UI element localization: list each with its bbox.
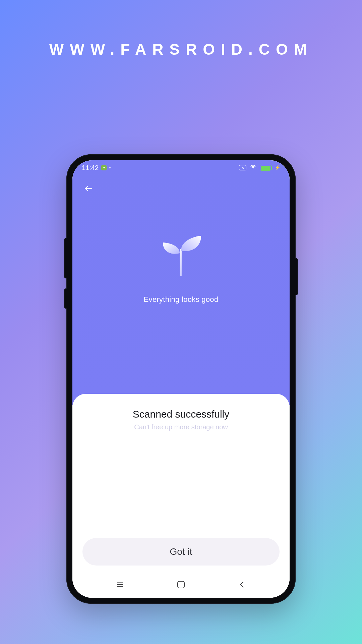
svg-rect-2 (180, 249, 182, 276)
charging-icon: ⚡ (275, 165, 280, 170)
promo-backdrop: WWW.FARSROID.COM 11:42 ✦ ✕ (0, 0, 362, 644)
sheet-title: Scanned successfully (133, 409, 230, 420)
wifi-icon (250, 164, 256, 172)
sprout-icon (154, 232, 208, 279)
back-arrow-icon (84, 184, 93, 193)
result-sheet: Scanned successfully Can't free up more … (72, 394, 290, 598)
app-root: 11:42 ✦ ✕ ⚡ (72, 160, 290, 598)
phone-side-button (64, 288, 67, 309)
got-it-button[interactable]: Got it (82, 538, 280, 566)
phone-side-button (295, 258, 298, 295)
nav-recent-button[interactable] (107, 580, 133, 589)
rotation-lock-icon: ✕ (239, 165, 246, 170)
system-nav-bar (72, 572, 290, 598)
status-left: 11:42 ✦ (82, 164, 111, 172)
phone-side-button (64, 238, 67, 278)
hero-message: Everything looks good (72, 295, 290, 304)
status-app-badge-icon: ✦ (101, 165, 107, 170)
status-right: ✕ ⚡ (239, 164, 280, 172)
sheet-subtitle: Can't free up more storage now (134, 423, 228, 431)
status-time: 11:42 (82, 164, 99, 172)
back-button[interactable] (81, 181, 96, 196)
status-bar: 11:42 ✦ ✕ ⚡ (72, 160, 290, 175)
chevron-left-icon (238, 580, 246, 589)
phone-mockup: 11:42 ✦ ✕ ⚡ (66, 154, 296, 604)
battery-icon (260, 165, 271, 171)
svg-point-0 (253, 168, 253, 169)
menu-icon (116, 580, 124, 589)
nav-back-button[interactable] (229, 580, 255, 589)
hero-area: 11:42 ✦ ✕ ⚡ (72, 160, 290, 405)
nav-home-button[interactable] (168, 581, 194, 588)
home-square-icon (177, 581, 185, 588)
phone-screen: 11:42 ✦ ✕ ⚡ (72, 160, 290, 598)
watermark-text: WWW.FARSROID.COM (0, 40, 362, 58)
status-dot-icon (109, 167, 111, 168)
